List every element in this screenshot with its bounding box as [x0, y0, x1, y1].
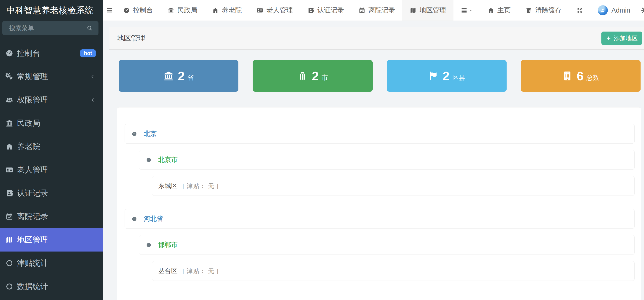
flag-icon: [428, 71, 438, 81]
sidebar-item-console[interactable]: 控制台 hot: [0, 42, 103, 65]
sidebar-menu: 控制台 hot 常规管理 权限管理 民政局 养老院 老人管理 认证记录: [0, 42, 103, 298]
stat-label: 总数: [586, 73, 599, 82]
sidebar-item-elder-mgmt[interactable]: 老人管理: [0, 158, 103, 181]
tree-row-province[interactable]: 北京: [124, 124, 634, 144]
map-icon: [410, 7, 416, 14]
dashboard-icon: [123, 7, 130, 14]
tree-row-city[interactable]: 邯郸市: [139, 235, 634, 255]
sidebar: 中科智慧养老核验系统 控制台 hot 常规管理 权限管理 民政局 养老院: [0, 0, 103, 300]
sidebar-item-nursing-home[interactable]: 养老院: [0, 135, 103, 158]
nav-item-auth-records[interactable]: 认证记录: [300, 0, 351, 20]
topnav-right: 主页 清除缓存 Admin: [454, 0, 644, 20]
region-name[interactable]: 北京市: [158, 155, 178, 164]
sidebar-item-general-mgmt[interactable]: 常规管理: [0, 65, 103, 88]
home-icon: [212, 7, 219, 14]
avatar: [598, 5, 608, 15]
sidebar-item-permission-mgmt[interactable]: 权限管理: [0, 88, 103, 112]
bank-icon: [168, 7, 174, 14]
circle-icon: [6, 259, 13, 267]
home-icon: [6, 143, 13, 150]
stat-card-cities: 2 市: [252, 60, 372, 92]
caret-down-icon: [469, 8, 473, 12]
region-name[interactable]: 北京: [144, 130, 157, 138]
collapse-minus-icon[interactable]: [146, 157, 152, 162]
page-header: 地区管理 添加地区: [109, 27, 644, 50]
users-icon: [6, 96, 13, 104]
building-icon: [562, 71, 572, 81]
add-region-button[interactable]: 添加地区: [602, 31, 642, 45]
sidebar-item-subsidy-stats[interactable]: 津贴统计: [0, 252, 103, 275]
sidebar-item-civil-affairs[interactable]: 民政局: [0, 112, 103, 135]
stat-value: 2: [178, 69, 185, 83]
stat-value: 2: [312, 69, 319, 83]
briefcase-icon: [297, 71, 308, 81]
stat-value: 6: [577, 69, 584, 83]
page-title: 地区管理: [117, 33, 145, 43]
hot-badge: hot: [80, 49, 96, 57]
search-icon[interactable]: [86, 25, 93, 31]
bank-icon: [6, 119, 13, 127]
content: 地区管理 添加地区 2 省 2 市 2 区县 6 总数 北: [103, 21, 644, 300]
app-title: 中科智慧养老核验系统: [0, 0, 103, 20]
collapse-minus-icon[interactable]: [146, 242, 152, 248]
sidebar-item-region-mgmt[interactable]: 地区管理: [0, 228, 103, 252]
tree-row-province[interactable]: 河北省: [124, 209, 634, 229]
settings-gear-button[interactable]: [638, 0, 644, 20]
sidebar-toggle-button[interactable]: [103, 0, 116, 20]
stat-card-districts: 2 区县: [387, 60, 506, 92]
sidebar-search: [2, 21, 98, 35]
bars-icon: [106, 7, 113, 14]
list-icon: [461, 7, 468, 14]
collapse-minus-icon[interactable]: [132, 216, 137, 222]
address-book-icon: [308, 7, 314, 14]
nav-item-console[interactable]: 控制台: [116, 0, 160, 20]
chevron-left-icon: [90, 97, 96, 103]
plus-icon: [606, 36, 611, 41]
chevron-left-icon: [90, 74, 96, 80]
tree-row-district[interactable]: 丛台区 [ 津贴： 无 ]: [152, 261, 634, 281]
trash-icon: [525, 7, 532, 14]
region-name[interactable]: 丛台区: [158, 267, 178, 275]
tree-row-district[interactable]: 东城区 [ 津贴： 无 ]: [152, 176, 634, 196]
bank-icon: [163, 71, 174, 81]
region-name[interactable]: 邯郸市: [158, 241, 178, 249]
user-menu[interactable]: Admin: [590, 0, 638, 20]
gear-icon: [641, 6, 644, 14]
sidebar-item-auth-records[interactable]: 认证记录: [0, 181, 103, 205]
search-input[interactable]: [9, 25, 86, 32]
nav-item-discharge-records[interactable]: 离院记录: [351, 0, 402, 20]
tree-row-city[interactable]: 北京市: [139, 150, 634, 170]
region-name[interactable]: 河北省: [144, 214, 163, 223]
sidebar-item-discharge-records[interactable]: 离院记录: [0, 205, 103, 228]
expand-icon: [576, 7, 583, 14]
stat-card-provinces: 2 省: [119, 60, 238, 92]
cogs-icon: [6, 73, 13, 80]
nav-item-nursing-home[interactable]: 养老院: [205, 0, 249, 20]
fullscreen-button[interactable]: [569, 0, 590, 20]
nav-item-elder-mgmt[interactable]: 老人管理: [249, 0, 300, 20]
id-card-icon: [256, 7, 263, 14]
id-card-icon: [6, 166, 13, 174]
nav-item-civil-affairs[interactable]: 民政局: [160, 0, 205, 20]
nav-menu-dropdown[interactable]: [454, 0, 480, 20]
nav-item-region-mgmt[interactable]: 地区管理: [402, 0, 454, 20]
user-name: Admin: [612, 7, 630, 14]
nav-item-home[interactable]: 主页: [480, 0, 518, 20]
stat-value: 2: [443, 69, 450, 83]
stat-label: 区县: [452, 73, 465, 82]
topnav: 控制台 民政局 养老院 老人管理 认证记录 离院记录 地区管理 主页 清除缓: [103, 0, 644, 21]
collapse-minus-icon[interactable]: [132, 131, 137, 137]
calendar-check-icon: [359, 7, 365, 14]
subsidy-label: [ 津贴： 无 ]: [182, 267, 219, 275]
stat-cards: 2 省 2 市 2 区县 6 总数: [119, 60, 640, 92]
home-icon: [488, 7, 494, 14]
region-name[interactable]: 东城区: [158, 181, 178, 190]
dashboard-icon: [6, 49, 13, 57]
sidebar-item-data-stats[interactable]: 数据统计: [0, 275, 103, 298]
map-icon: [6, 236, 13, 244]
stat-label: 市: [322, 73, 328, 82]
stat-label: 省: [188, 73, 194, 82]
person-icon: [600, 7, 606, 13]
region-tree-panel: 北京 北京市 东城区 [ 津贴： 无 ] 河北省 邯郸市 丛台区 [ 津贴： 无…: [117, 107, 641, 300]
nav-item-clear-cache[interactable]: 清除缓存: [518, 0, 569, 20]
